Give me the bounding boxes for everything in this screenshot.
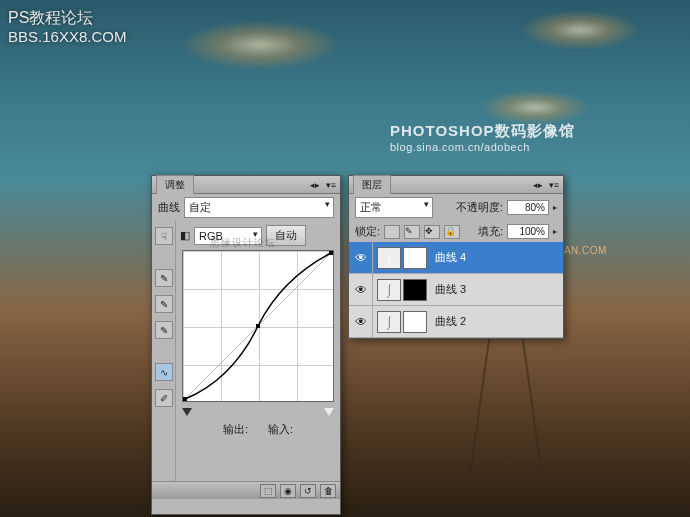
visibility-toggle-icon[interactable]: 👁 [349, 274, 373, 305]
lock-transparency-icon[interactable] [384, 225, 400, 239]
fill-dropdown-icon[interactable]: ▸ [553, 227, 557, 236]
curves-type-label: 曲线 [158, 200, 180, 215]
cloud-decor [180, 20, 340, 70]
curve-pencil-tool-icon[interactable]: ✐ [155, 389, 173, 407]
lock-all-icon[interactable]: 🔒 [444, 225, 460, 239]
eyedropper-white-icon[interactable]: ✎ [155, 321, 173, 339]
eyedropper-gray-icon[interactable]: ✎ [155, 295, 173, 313]
layers-panel: 图层 ◂▸ ▾≡ 正常 不透明度: 80% ▸ 锁定: ✎ ✥ 🔒 填充: 10… [348, 175, 564, 339]
panel-menu-icon[interactable]: ▾≡ [547, 178, 561, 192]
blend-mode-select[interactable]: 正常 [355, 197, 433, 218]
tab-layers[interactable]: 图层 [353, 175, 391, 194]
visibility-toggle-icon[interactable]: 👁 [349, 242, 373, 273]
opacity-label: 不透明度: [456, 200, 503, 215]
preset-select[interactable]: 自定 [184, 197, 334, 218]
layer-name[interactable]: 曲线 2 [435, 314, 466, 329]
white-point-handle[interactable] [324, 408, 334, 416]
layer-item[interactable]: 👁 ⎰ 曲线 3 [349, 274, 563, 306]
svg-rect-2 [256, 324, 260, 328]
input-range-slider[interactable] [180, 406, 336, 418]
tab-adjustments[interactable]: 调整 [156, 175, 194, 194]
collapse-icon[interactable]: ◂▸ [308, 178, 322, 192]
layer-list: 👁 ⎰ 曲线 4 👁 ⎰ 曲线 3 👁 ⎰ 曲线 2 [349, 242, 563, 338]
cloud-decor [480, 90, 590, 125]
svg-rect-3 [329, 251, 333, 255]
curves-preset-row: 曲线 自定 [152, 194, 340, 221]
eyedropper-black-icon[interactable]: ✎ [155, 269, 173, 287]
layer-item[interactable]: 👁 ⎰ 曲线 2 [349, 306, 563, 338]
panel-menu-icon[interactable]: ▾≡ [324, 178, 338, 192]
auto-button[interactable]: 自动 [266, 225, 306, 246]
input-label: 输入: [268, 422, 293, 437]
adjustments-footer: ⬚ ◉ ↺ 🗑 [152, 481, 340, 499]
collapse-icon[interactable]: ◂▸ [531, 178, 545, 192]
center-logo: PHOTOSHOP数码影像馆 blog.sina.com.cn/adobech [390, 122, 575, 153]
on-image-tool-icon[interactable]: ☟ [155, 227, 173, 245]
layers-tabs: 图层 ◂▸ ▾≡ [349, 176, 563, 194]
layer-name[interactable]: 曲线 3 [435, 282, 466, 297]
view-previous-icon[interactable]: ◉ [280, 484, 296, 498]
cloud-decor [520, 10, 640, 50]
layer-mask-thumb[interactable] [403, 311, 427, 333]
site-watermark-1: PS教程论坛 [8, 8, 93, 29]
adjustments-tabs: 调整 ◂▸ ▾≡ [152, 176, 340, 194]
fill-label: 填充: [478, 224, 503, 239]
layer-mask-thumb[interactable] [403, 247, 427, 269]
output-label: 输出: [223, 422, 248, 437]
channel-select[interactable]: RGB [194, 227, 262, 245]
lock-pixels-icon[interactable]: ✎ [404, 225, 420, 239]
clip-to-layer-icon[interactable]: ⬚ [260, 484, 276, 498]
fill-field[interactable]: 100% [507, 224, 549, 239]
adjustment-thumb-icon[interactable]: ⎰ [377, 279, 401, 301]
histogram-toggle-icon[interactable]: ◧ [180, 229, 190, 242]
curves-graph[interactable] [182, 250, 334, 402]
svg-rect-1 [183, 397, 187, 401]
adjustments-panel: 调整 ◂▸ ▾≡ 曲线 自定 ☟ ✎ ✎ ✎ ∿ ✐ ◧ RGB 自动 [151, 175, 341, 515]
curves-toolbar: ☟ ✎ ✎ ✎ ∿ ✐ [152, 221, 176, 481]
curve-point-tool-icon[interactable]: ∿ [155, 363, 173, 381]
curve-line [183, 251, 333, 401]
adjustment-thumb-icon[interactable]: ⎰ [377, 311, 401, 333]
opacity-field[interactable]: 80% [507, 200, 549, 215]
layer-item[interactable]: 👁 ⎰ 曲线 4 [349, 242, 563, 274]
delete-adjustment-icon[interactable]: 🗑 [320, 484, 336, 498]
visibility-toggle-icon[interactable]: 👁 [349, 306, 373, 337]
lock-label: 锁定: [355, 224, 380, 239]
opacity-dropdown-icon[interactable]: ▸ [553, 203, 557, 212]
adjustment-thumb-icon[interactable]: ⎰ [377, 247, 401, 269]
layer-name[interactable]: 曲线 4 [435, 250, 466, 265]
lock-position-icon[interactable]: ✥ [424, 225, 440, 239]
layer-mask-thumb[interactable] [403, 279, 427, 301]
site-watermark-2: BBS.16XX8.COM [8, 28, 126, 45]
reset-icon[interactable]: ↺ [300, 484, 316, 498]
black-point-handle[interactable] [182, 408, 192, 416]
